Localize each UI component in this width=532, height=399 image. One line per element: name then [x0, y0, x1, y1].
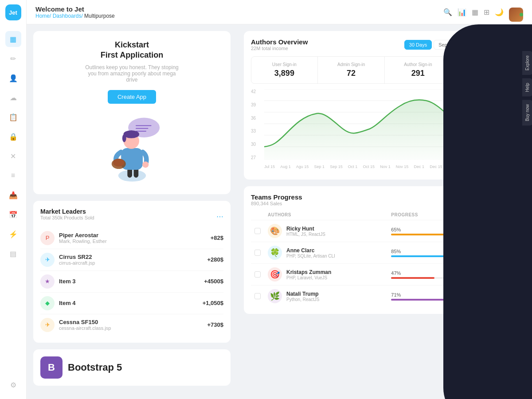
- chart-y-label-2: 36: [251, 116, 262, 121]
- market-item-name-3: Item 4: [59, 300, 203, 306]
- authors-tab-30-days[interactable]: 30 Days: [404, 40, 432, 50]
- left-panel: Kickstart First Application Outlines kee…: [27, 24, 237, 399]
- chart-x-label-5: Oct 1: [348, 164, 358, 169]
- stat-label-2: Author Sign-in: [391, 62, 446, 67]
- header-check: [254, 212, 268, 217]
- market-item-info-4: Cessna SF150 cessna-aircraft.class.jsp: [59, 319, 207, 331]
- authors-subtitle: 22M total income: [251, 46, 308, 51]
- market-leaders-subtitle: Total 350k Products Sold: [40, 215, 94, 220]
- market-item-info-3: Item 4: [59, 300, 203, 306]
- kickstart-card: Kickstart First Application Outlines kee…: [33, 31, 231, 194]
- market-items-list: P Piper Aerostar Mark, Rowling, Esther +…: [40, 227, 223, 336]
- person-illustration: [97, 113, 168, 185]
- team-info-3: Natali Trump Python, ReactJS: [286, 291, 391, 302]
- sidebar-logo[interactable]: Jet: [5, 4, 21, 20]
- sidebar-item-cloud[interactable]: ☁: [5, 90, 21, 106]
- chart-x-label-7: Nov 1: [380, 164, 391, 169]
- breadcrumb-home[interactable]: Home/: [35, 13, 51, 19]
- dark-panel-tab-explore[interactable]: Explore: [522, 51, 532, 75]
- page-title: Welcome to Jet: [35, 5, 115, 13]
- stat-label-1: Admin Sign-in: [324, 62, 379, 67]
- market-leaders-card: Market Leaders Total 350k Products Sold …: [33, 201, 231, 343]
- chart-x-label-6: Oct 15: [363, 164, 375, 169]
- market-item-info-0: Piper Aerostar Mark, Rowling, Esther: [59, 232, 211, 244]
- chart-icon[interactable]: 📊: [458, 8, 466, 16]
- team-skill-0: HTML, JS, ReactJS: [286, 232, 391, 237]
- market-item-3: ◆ Item 4 +1,050$: [40, 293, 223, 314]
- chart-y-label-4: 30: [251, 142, 262, 147]
- breadcrumb: Home/ Dashboards/ Multipurpose: [35, 13, 115, 19]
- market-item-info-2: Item 3: [59, 278, 204, 285]
- team-progress-bar-fill-0: [391, 234, 451, 235]
- bootstrap-card: B Bootstrap 5: [33, 349, 231, 386]
- market-item-name-1: Cirrus SR22: [59, 254, 207, 260]
- team-info-2: Kristaps Zumman PHP, Laravel, VueJS: [286, 269, 391, 280]
- sidebar-item-inbox[interactable]: 📥: [5, 187, 21, 203]
- teams-subtitle: 890,344 Sales: [251, 201, 302, 206]
- team-checkbox-1[interactable]: [254, 250, 268, 256]
- team-name-3: Natali Trump: [286, 291, 391, 297]
- market-item-val-2: +4500$: [204, 278, 223, 285]
- teams-title: Teams Progress: [251, 193, 302, 201]
- kickstart-description: Outlines keep you honest. They stoping y…: [83, 64, 181, 83]
- sidebar-settings-icon[interactable]: ⚙: [5, 377, 21, 393]
- sidebar-item-user[interactable]: 👤: [5, 70, 21, 86]
- topbar-title-area: Welcome to Jet Home/ Dashboards/ Multipu…: [35, 5, 115, 19]
- market-item-info-1: Cirrus SR22 cirrus-aircraft.jsp: [59, 254, 207, 266]
- market-item-sub-0: Mark, Rowling, Esther: [59, 239, 211, 244]
- stat-item-1: Admin Sign-in72: [318, 57, 385, 83]
- chart-x-label-10: Dec 15: [430, 164, 442, 169]
- team-avatar-3: 🌿: [268, 289, 282, 303]
- market-item-name-4: Cessna SF150: [59, 319, 207, 325]
- market-more-icon[interactable]: ⋯: [216, 212, 223, 221]
- team-name-1: Anne Clarc: [286, 247, 391, 254]
- team-name-2: Kristaps Zumman: [286, 269, 391, 275]
- bootstrap-title: Bootstrap 5: [68, 362, 122, 373]
- sidebar-item-table[interactable]: ▤: [5, 246, 21, 262]
- grid-icon[interactable]: ▦: [472, 8, 478, 16]
- online-status-dot: [520, 13, 523, 16]
- authors-title: Authors Overview: [251, 38, 308, 46]
- dark-panel-tab-buy-now[interactable]: Buy now: [522, 100, 532, 125]
- market-item-logo-4: ✈: [40, 318, 55, 332]
- sidebar-item-list[interactable]: 📋: [5, 109, 21, 125]
- breadcrumb-dashboards[interactable]: Dashboards/: [53, 13, 83, 19]
- team-skill-3: Python, ReactJS: [286, 297, 391, 302]
- sidebar-item-lock[interactable]: 🔒: [5, 129, 21, 145]
- topbar: Welcome to Jet Home/ Dashboards/ Multipu…: [27, 0, 532, 24]
- team-checkbox-0[interactable]: [254, 228, 268, 234]
- market-item-sub-4: cessna-aircraft.class.jsp: [59, 325, 207, 331]
- chart-x-label-9: Dec 1: [414, 164, 425, 169]
- team-skill-2: PHP, Laravel, VueJS: [286, 275, 391, 280]
- sidebar-item-edit[interactable]: ✏: [5, 51, 21, 66]
- team-checkbox-2[interactable]: [254, 271, 268, 278]
- create-app-button[interactable]: Create App: [108, 90, 156, 104]
- content-wrapper: Kickstart First Application Outlines kee…: [27, 24, 532, 399]
- team-info-1: Anne Clarc PHP, SQLite, Artisan CLI: [286, 247, 391, 258]
- team-avatar-2: 🎯: [268, 267, 282, 282]
- sidebar-item-calendar[interactable]: 📅: [5, 207, 21, 223]
- sidebar-item-menu[interactable]: ≡: [5, 168, 21, 184]
- chart-x-label-3: Sep 1: [314, 164, 325, 169]
- sidebar-item-dashboard[interactable]: ▦: [5, 31, 21, 47]
- breadcrumb-current: Multipurpose: [84, 13, 115, 19]
- market-item-val-0: +82$: [211, 235, 223, 241]
- chart-x-label-2: Agu 15: [296, 164, 309, 169]
- team-info-0: Ricky Hunt HTML, JS, ReactJS: [286, 226, 391, 237]
- dark-side-panel: ExploreHelpBuy now: [443, 24, 532, 399]
- moon-icon[interactable]: 🌙: [495, 8, 504, 16]
- market-item-name-2: Item 3: [59, 278, 204, 285]
- market-item-name-0: Piper Aerostar: [59, 232, 211, 239]
- market-item-0: P Piper Aerostar Mark, Rowling, Esther +…: [40, 227, 223, 249]
- market-item-logo-2: ★: [40, 274, 55, 289]
- market-item-2: ★ Item 3 +4500$: [40, 271, 223, 293]
- sidebar-item-close[interactable]: ✕: [5, 148, 21, 164]
- dark-panel-tab-help[interactable]: Help: [522, 78, 532, 97]
- sidebar-item-tools[interactable]: ⚡: [5, 226, 21, 242]
- bootstrap-icon: B: [40, 356, 63, 379]
- sidebar: Jet ▦ ✏ 👤 ☁ 📋 🔒 ✕ ≡ 📥 📅 ⚡ ▤ ⚙: [0, 0, 27, 399]
- search-icon[interactable]: 🔍: [443, 8, 452, 16]
- svg-point-12: [122, 134, 126, 142]
- apps-icon[interactable]: ⊞: [484, 8, 489, 16]
- team-checkbox-3[interactable]: [254, 293, 268, 299]
